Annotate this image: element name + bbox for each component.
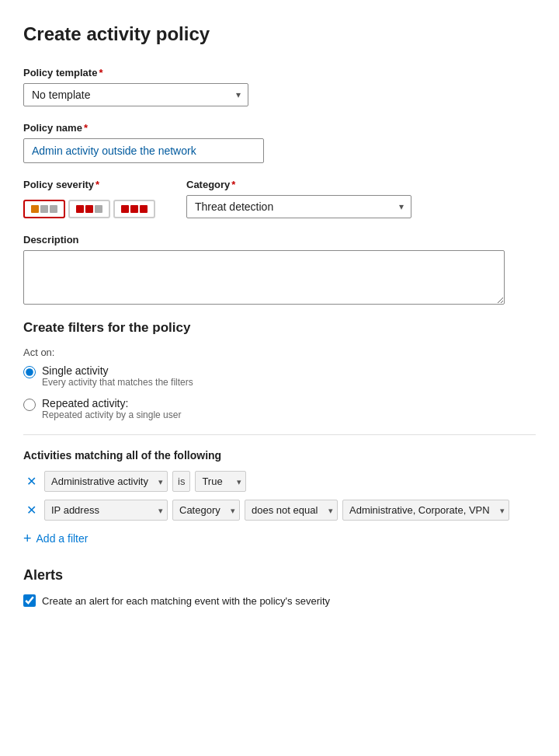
- alerts-section: Alerts Create an alert for each matching…: [23, 567, 536, 607]
- filter-row-2-operator-select[interactable]: equals does not equal: [245, 500, 338, 521]
- description-textarea[interactable]: [23, 250, 505, 305]
- severity-high-button[interactable]: [113, 200, 155, 218]
- severity-medium-button[interactable]: [68, 200, 110, 218]
- severity-high-dot2: [130, 205, 138, 213]
- alerts-title: Alerts: [23, 567, 536, 584]
- single-activity-label: Single activity: [42, 364, 193, 377]
- filter-row-1: ✕ Administrative activity IP address Use…: [23, 471, 536, 492]
- severity-medium-dot3: [95, 205, 102, 213]
- repeated-activity-label: Repeated activity:: [42, 397, 181, 409]
- severity-low-button[interactable]: [23, 200, 65, 218]
- policy-template-select[interactable]: No template Template 1 Template 2: [23, 83, 248, 106]
- severity-medium-dot1: [76, 205, 84, 213]
- filter-row-2-value-wrapper: Administrative, Corporate, VPN Corporate…: [342, 500, 509, 521]
- severity-low-dot3: [50, 205, 57, 213]
- filter-row-1-remove[interactable]: ✕: [23, 472, 40, 490]
- single-activity-radio[interactable]: [23, 366, 36, 378]
- policy-template-field: Policy template* No template Template 1 …: [23, 67, 536, 106]
- severity-low-dot1: [31, 205, 39, 213]
- filters-section: Create filters for the policy Act on: Si…: [23, 320, 536, 549]
- alert-checkbox-row: Create an alert for each matching event …: [23, 594, 536, 607]
- category-group: Category* Threat detection Data loss pre…: [186, 179, 411, 218]
- filter-row-2-field-select[interactable]: IP address Administrative activity User …: [44, 500, 168, 521]
- description-field: Description: [23, 234, 536, 305]
- activities-matching-title: Activities matching all of the following: [23, 449, 536, 462]
- filter-row-2-field-wrapper: IP address Administrative activity User …: [44, 500, 168, 521]
- description-label: Description: [23, 234, 536, 246]
- single-activity-text: Single activity Every activity that matc…: [42, 364, 193, 388]
- policy-name-field: Policy name*: [23, 122, 536, 163]
- filter-row-2-operator-wrapper: equals does not equal: [245, 500, 338, 521]
- repeated-activity-sub: Repeated activity by a single user: [42, 409, 181, 420]
- repeated-activity-radio[interactable]: [23, 399, 36, 411]
- repeated-activity-text: Repeated activity: Repeated activity by …: [42, 397, 181, 420]
- filter-row-1-field-select[interactable]: Administrative activity IP address User …: [44, 471, 168, 492]
- severity-category-row: Policy severity* Cat: [23, 179, 536, 218]
- policy-severity-group: Policy severity*: [23, 179, 155, 218]
- severity-medium-dot2: [85, 205, 93, 213]
- severity-low-dot2: [40, 205, 48, 213]
- category-select[interactable]: Threat detection Data loss prevention Ac…: [186, 195, 411, 218]
- filter-row-2: ✕ IP address Administrative activity Use…: [23, 500, 536, 521]
- filter-row-2-subfield-wrapper: Category Tag Location: [172, 500, 240, 521]
- repeated-activity-option: Repeated activity: Repeated activity by …: [23, 397, 536, 420]
- severity-high-dot3: [140, 205, 148, 213]
- filter-row-1-value-select[interactable]: True False: [195, 471, 246, 492]
- add-filter-label: Add a filter: [36, 532, 89, 545]
- policy-name-input[interactable]: [23, 138, 264, 163]
- policy-name-label: Policy name*: [23, 122, 536, 134]
- policy-template-label: Policy template*: [23, 67, 536, 78]
- severity-high-dot1: [121, 205, 129, 213]
- alert-checkbox-label[interactable]: Create an alert for each matching event …: [42, 595, 330, 607]
- act-on-label: Act on:: [23, 347, 536, 358]
- single-activity-option: Single activity Every activity that matc…: [23, 364, 536, 388]
- plus-icon: +: [23, 531, 32, 545]
- alert-checkbox[interactable]: [23, 594, 36, 607]
- severity-buttons: [23, 200, 155, 218]
- category-label: Category*: [186, 179, 411, 190]
- filter-row-2-remove[interactable]: ✕: [23, 501, 40, 519]
- page-title: Create activity policy: [23, 23, 536, 45]
- filters-section-title: Create filters for the policy: [23, 320, 536, 336]
- filter-row-1-operator-label: is: [172, 471, 190, 492]
- single-activity-sub: Every activity that matches the filters: [42, 377, 193, 388]
- filter-row-2-value-select[interactable]: Administrative, Corporate, VPN Corporate…: [342, 500, 509, 521]
- policy-template-select-wrapper: No template Template 1 Template 2: [23, 83, 248, 106]
- category-select-wrapper: Threat detection Data loss prevention Ac…: [186, 195, 411, 218]
- add-filter-button[interactable]: + Add a filter: [23, 528, 88, 549]
- filter-row-2-subfield-select[interactable]: Category Tag Location: [172, 500, 240, 521]
- filter-row-1-field-wrapper: Administrative activity IP address User …: [44, 471, 168, 492]
- divider: [23, 434, 536, 435]
- filter-row-1-value-wrapper: True False: [195, 471, 246, 492]
- severity-label: Policy severity*: [23, 179, 155, 190]
